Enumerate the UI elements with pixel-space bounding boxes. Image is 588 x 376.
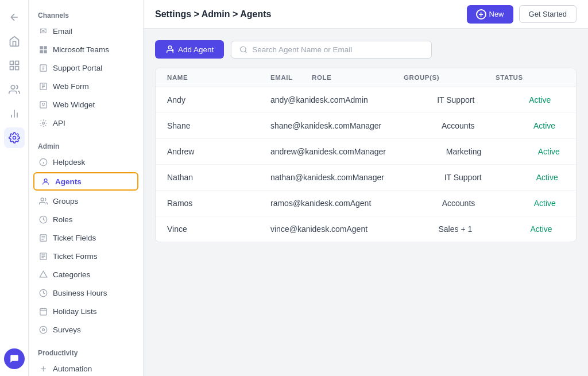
teams-icon — [38, 44, 48, 55]
surveys-icon — [38, 324, 48, 335]
sidebar-item-categories[interactable]: Categories — [29, 265, 143, 284]
search-icon — [239, 45, 247, 54]
add-agent-label: Add Agent — [178, 45, 214, 54]
cell-role: Admin — [345, 95, 437, 104]
roles-icon — [38, 214, 48, 224]
table-row[interactable]: Ramos ramos@kanidesk.com Agent Accounts … — [156, 191, 576, 216]
sidebar-item-email[interactable]: ✉ Email — [29, 22, 143, 40]
cell-name: Andy — [167, 95, 270, 104]
search-input[interactable] — [252, 45, 423, 54]
svg-marker-32 — [40, 271, 47, 277]
svg-rect-0 — [10, 61, 13, 65]
automation-icon — [38, 363, 48, 374]
svg-rect-18 — [40, 101, 46, 107]
svg-rect-2 — [10, 67, 13, 70]
cell-email: ramos@kanidesk.com — [270, 199, 350, 208]
cell-role: Agent — [350, 199, 442, 208]
content-area: Add Agent NAME EMAIL ROLE GROUP(S) STATU… — [144, 29, 588, 376]
table-row[interactable]: Shane shane@kanidesk.com Manager Account… — [156, 113, 576, 139]
cell-group: IT Support — [437, 95, 529, 104]
status-badge: Active — [531, 224, 577, 234]
topbar-actions: + New Get Started — [467, 5, 577, 24]
reports-icon[interactable] — [4, 103, 25, 124]
plus-circle-icon: + — [476, 9, 486, 20]
svg-point-8 — [13, 137, 16, 139]
svg-point-21 — [44, 179, 47, 181]
table-row[interactable]: Andy andy@kanidesk.com Admin IT Support … — [156, 87, 576, 113]
status-badge: Active — [533, 121, 577, 130]
table-row[interactable]: Andrew andrew@kanidesk.com Manager Marke… — [156, 139, 576, 165]
sidebar-item-holiday-lists[interactable]: Holiday Lists — [29, 302, 143, 320]
sidebar-item-support-portal[interactable]: Support Portal — [29, 59, 143, 77]
svg-rect-3 — [15, 67, 18, 70]
cell-role: Manager — [354, 147, 446, 156]
business-hours-icon — [38, 288, 48, 298]
home-icon[interactable] — [4, 31, 25, 52]
channels-section-title: Channels — [29, 7, 143, 22]
get-started-button[interactable]: Get Started — [519, 5, 577, 23]
cell-role: Manager — [353, 173, 444, 182]
admin-section-title: Admin — [29, 138, 143, 153]
status-badge: Active — [538, 147, 577, 156]
chat-icon[interactable] — [4, 348, 25, 369]
cell-email: shane@kanidesk.com — [270, 121, 350, 130]
sidebar-item-groups[interactable]: Groups — [29, 192, 143, 210]
breadcrumb: Settings > Admin > Agents — [155, 9, 271, 20]
back-icon[interactable] — [4, 7, 25, 28]
cell-group: Accounts — [442, 199, 534, 208]
sidebar-item-microsoft-teams[interactable]: Microsoft Teams — [29, 40, 143, 59]
col-header-status: STATUS — [496, 74, 564, 81]
col-header-groups: GROUP(S) — [404, 74, 496, 81]
svg-rect-9 — [40, 46, 43, 49]
svg-point-38 — [40, 326, 47, 334]
sidebar-item-api[interactable]: API — [29, 114, 143, 132]
tickets-icon[interactable] — [4, 55, 25, 76]
cell-group: IT Support — [444, 173, 536, 182]
ticket-forms-icon — [38, 251, 48, 261]
cell-role: Agent — [347, 224, 439, 234]
col-header-email: EMAIL — [270, 74, 312, 81]
settings-icon[interactable] — [4, 127, 25, 148]
add-agent-button[interactable]: Add Agent — [155, 40, 224, 59]
svg-point-47 — [168, 46, 171, 49]
sidebar-item-ticket-fields[interactable]: Ticket Fields — [29, 228, 143, 247]
svg-rect-11 — [40, 50, 43, 53]
cell-email: andy@kanidesk.com — [270, 95, 345, 104]
agents-table: NAME EMAIL ROLE GROUP(S) STATUS Andy and… — [155, 68, 577, 242]
sidebar-item-web-form[interactable]: Web Form — [29, 77, 143, 95]
svg-point-50 — [241, 46, 246, 52]
status-badge: Active — [534, 199, 577, 208]
svg-rect-10 — [44, 46, 47, 49]
svg-point-19 — [42, 122, 44, 124]
search-box[interactable] — [231, 41, 432, 59]
agents-icon — [40, 176, 51, 187]
categories-icon — [38, 269, 48, 280]
sidebar-item-helpdesk[interactable]: Helpdesk — [29, 153, 143, 171]
cell-email: nathan@kanidesk.com — [270, 173, 353, 182]
cell-name: Ramos — [167, 199, 270, 208]
contacts-icon[interactable] — [4, 79, 25, 100]
table-row[interactable]: Nathan nathan@kanidesk.com Manager IT Su… — [156, 165, 576, 191]
widget-icon — [38, 99, 48, 110]
sidebar-item-agents[interactable]: Agents — [33, 172, 138, 191]
status-badge: Active — [529, 95, 577, 104]
table-row[interactable]: Vince vince@kanidesk.com Agent Sales + 1… — [156, 216, 576, 242]
col-header-role: ROLE — [312, 74, 404, 81]
cell-name: Andrew — [167, 147, 270, 156]
cell-group: Sales + 1 — [439, 224, 531, 234]
sidebar-item-surveys[interactable]: Surveys — [29, 320, 143, 339]
action-row: Add Agent — [155, 40, 577, 59]
table-body: Andy andy@kanidesk.com Admin IT Support … — [156, 87, 576, 242]
main-content: Settings > Admin > Agents + New Get Star… — [144, 0, 588, 376]
cell-name: Shane — [167, 121, 270, 130]
groups-icon — [38, 196, 48, 206]
cell-group: Accounts — [442, 121, 533, 130]
sidebar-item-business-hours[interactable]: Business Hours — [29, 284, 143, 302]
sidebar-item-roles[interactable]: Roles — [29, 210, 143, 228]
svg-point-4 — [11, 86, 15, 90]
sidebar-item-web-widget[interactable]: Web Widget — [29, 95, 143, 114]
sidebar-item-ticket-forms[interactable]: Ticket Forms — [29, 247, 143, 265]
sidebar-item-automation[interactable]: Automation — [29, 359, 143, 376]
cell-name: Vince — [167, 224, 270, 234]
new-button[interactable]: + New — [467, 5, 513, 24]
